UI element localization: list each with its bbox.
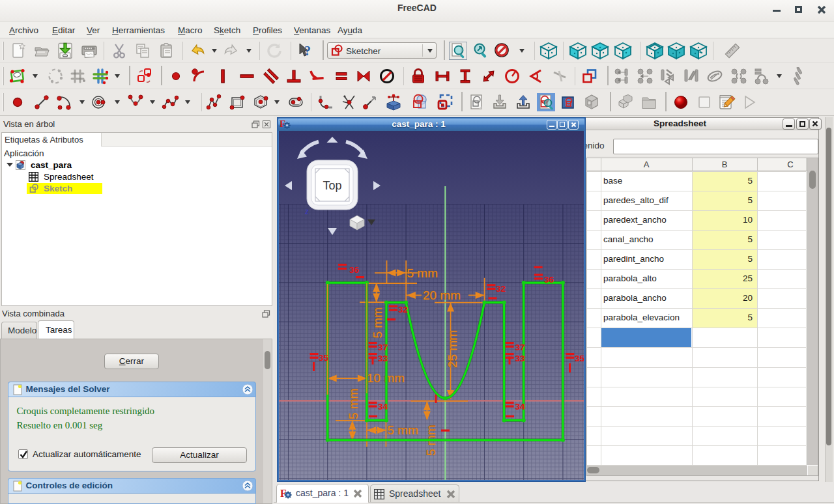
svg-text:37: 37 xyxy=(378,343,388,352)
svg-text:33: 33 xyxy=(515,354,526,363)
svg-text:?: ? xyxy=(304,44,311,58)
svg-text:5 mm: 5 mm xyxy=(371,307,384,339)
svg-text:34: 34 xyxy=(378,402,388,412)
svg-text:25 mm: 25 mm xyxy=(446,330,459,368)
svg-text:36: 36 xyxy=(544,275,554,285)
svg-text:5 mm: 5 mm xyxy=(347,389,360,420)
svg-text:35: 35 xyxy=(319,353,329,363)
svg-text:37: 37 xyxy=(515,343,525,352)
svg-text:32: 32 xyxy=(398,305,408,315)
svg-text:36: 36 xyxy=(349,265,360,275)
svg-text:z: z xyxy=(305,207,309,216)
svg-text:5 mm: 5 mm xyxy=(407,266,439,280)
svg-text:34: 34 xyxy=(515,402,526,412)
svg-text:5 mm: 5 mm xyxy=(388,423,419,437)
svg-text:32: 32 xyxy=(496,284,506,294)
svg-text:20 mm: 20 mm xyxy=(423,288,461,302)
svg-text:33: 33 xyxy=(378,354,388,363)
svg-text:Top: Top xyxy=(323,179,341,192)
svg-text:35: 35 xyxy=(575,354,584,363)
